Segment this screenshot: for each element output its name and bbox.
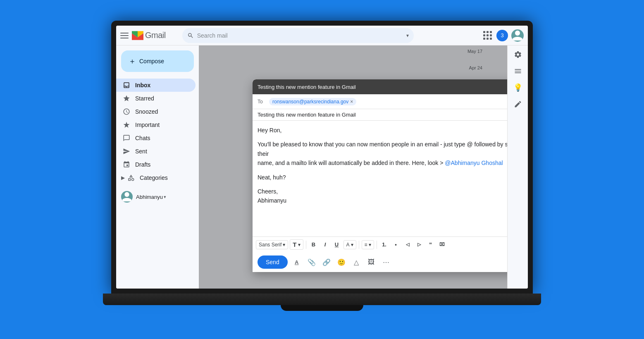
- compose-modal-header: Testing this new mention feature in Gmai…: [253, 79, 507, 94]
- font-size-t: T: [293, 241, 296, 248]
- screen-inner: Gmail Search mail ▾: [116, 26, 528, 289]
- font-family-label: Sans Serif: [259, 242, 281, 248]
- sent-label: Sent: [135, 148, 147, 155]
- indent-more-button[interactable]: ▷: [414, 240, 424, 250]
- compose-body[interactable]: Hey Ron, You'll be pleased to know that …: [253, 121, 507, 236]
- text-color-label: A: [346, 242, 350, 248]
- gmail-logo: Gmail: [132, 31, 166, 40]
- apps-button[interactable]: [482, 30, 493, 41]
- sidebar-toggle-icon[interactable]: [512, 65, 524, 77]
- gmail-m-icon: [132, 31, 143, 40]
- compose-button[interactable]: ＋ Compose: [121, 50, 194, 72]
- indent-less-button[interactable]: ◁: [403, 240, 413, 250]
- compose-modal: Testing this new mention feature in Gmai…: [253, 79, 507, 272]
- compose-body-line2: name, and a mailto link will automatical…: [258, 160, 443, 166]
- numbered-list-button[interactable]: 1.: [379, 240, 389, 250]
- bold-button[interactable]: B: [309, 240, 319, 250]
- clear-formatting-button[interactable]: ⌧: [437, 240, 447, 250]
- user-name: Abhimanyu: [136, 194, 163, 200]
- text-format-button[interactable]: A: [291, 256, 303, 268]
- compose-window-title: Testing this new mention feature in Gmai…: [258, 84, 507, 90]
- sidebar-item-starred[interactable]: Starred: [116, 92, 196, 105]
- remove-recipient-button[interactable]: ×: [350, 99, 353, 105]
- compose-plus-icon: ＋: [129, 56, 136, 66]
- align-dropdown[interactable]: ≡ ▾: [362, 240, 374, 249]
- mention-link[interactable]: @Abhimanyu Ghoshal: [445, 160, 503, 166]
- gmail-app: Gmail Search mail ▾: [116, 26, 528, 289]
- toolbar-divider-2: [359, 241, 359, 249]
- sidebar-item-snoozed[interactable]: Snoozed: [116, 105, 196, 118]
- user-dropdown-arrow: ▾: [164, 194, 166, 200]
- chats-icon: [123, 134, 130, 142]
- user-avatar-small: [121, 191, 133, 203]
- compose-formatting-toolbar: Sans Serif ▾ T ▾ B I U: [253, 236, 507, 252]
- insert-emoji-button[interactable]: 🙂: [336, 256, 347, 268]
- edit-icon[interactable]: [512, 98, 524, 110]
- send-button[interactable]: Send: [258, 255, 288, 269]
- important-icon: [123, 121, 130, 129]
- sidebar-item-drafts[interactable]: Drafts: [116, 158, 196, 171]
- compose-label: Compose: [139, 58, 164, 64]
- laptop-shell: Gmail Search mail ▾: [105, 21, 539, 318]
- search-bar[interactable]: Search mail ▾: [182, 28, 414, 43]
- compose-neat: Neat, huh?: [258, 173, 507, 182]
- font-family-arrow: ▾: [283, 242, 285, 248]
- categories-label: Categories: [140, 174, 168, 181]
- chats-label: Chats: [135, 135, 150, 141]
- compose-body-text: You'll be pleased to know that you can n…: [258, 140, 507, 167]
- toolbar-divider-3: [377, 241, 377, 249]
- settings-icon[interactable]: [512, 49, 524, 60]
- gmail-sidebar: ＋ Compose Inbox: [116, 45, 199, 289]
- keep-icon[interactable]: 💡: [512, 82, 524, 93]
- recipient-chip[interactable]: ronswanson@parksrecindiana.gov ×: [269, 98, 356, 105]
- insert-link-button[interactable]: 🔗: [321, 256, 332, 268]
- gmail-main: ＋ Compose Inbox: [116, 45, 528, 289]
- gmail-text-logo: Gmail: [145, 31, 166, 40]
- snoozed-label: Snoozed: [135, 108, 158, 115]
- starred-icon: [123, 95, 130, 102]
- text-color-arrow: ▾: [351, 242, 353, 248]
- snoozed-icon: [123, 108, 130, 115]
- compose-subject-row[interactable]: Testing this new mention feature in Gmai…: [253, 109, 507, 121]
- bullet-list-button[interactable]: •: [391, 240, 401, 250]
- compose-bottom-actions: Send A 📎 🔗 🙂 △ 🖼 ⋯ 🗑 ⋮: [253, 252, 507, 272]
- font-size-dropdown[interactable]: T ▾: [290, 239, 303, 250]
- user-avatar[interactable]: [511, 29, 524, 42]
- topbar-right: 3: [482, 29, 524, 42]
- hamburger-menu[interactable]: [120, 33, 129, 38]
- sidebar-item-sent[interactable]: Sent: [116, 145, 196, 158]
- notification-badge[interactable]: 3: [496, 30, 508, 41]
- font-family-dropdown[interactable]: Sans Serif ▾: [256, 240, 288, 249]
- gmail-topbar: Gmail Search mail ▾: [116, 26, 528, 45]
- font-size-arrow: ▾: [298, 242, 301, 248]
- laptop-base: [103, 294, 541, 305]
- sidebar-item-important[interactable]: Important: [116, 118, 196, 131]
- italic-button[interactable]: I: [320, 240, 330, 250]
- align-icon: ≡: [365, 242, 367, 248]
- compose-subject: Testing this new mention feature in Gmai…: [258, 112, 356, 118]
- compose-greeting: Hey Ron,: [258, 126, 507, 135]
- drive-button[interactable]: △: [351, 256, 362, 268]
- attach-file-button[interactable]: 📎: [306, 256, 317, 268]
- more-options-button[interactable]: ⋯: [380, 256, 392, 268]
- blockquote-button[interactable]: ": [426, 240, 436, 250]
- underline-button[interactable]: U: [332, 240, 342, 250]
- text-color-dropdown[interactable]: A ▾: [343, 240, 356, 249]
- inbox-label: Inbox: [135, 82, 150, 88]
- search-placeholder: Search mail: [197, 32, 406, 39]
- search-dropdown-arrow[interactable]: ▾: [406, 33, 409, 38]
- sidebar-user[interactable]: Abhimanyu ▾: [116, 188, 199, 206]
- starred-label: Starred: [135, 95, 154, 102]
- compose-to-label: To: [258, 99, 266, 105]
- drafts-icon: [123, 161, 130, 168]
- sidebar-item-categories[interactable]: ▶ Categories: [116, 171, 199, 184]
- laptop-stand: [281, 305, 363, 311]
- important-label: Important: [135, 122, 160, 128]
- sidebar-item-inbox[interactable]: Inbox: [116, 79, 196, 92]
- recipient-email: ronswanson@parksrecindiana.gov: [272, 99, 348, 105]
- laptop-screen: Gmail Search mail ▾: [111, 21, 533, 294]
- sidebar-item-chats[interactable]: Chats: [116, 131, 196, 145]
- insert-photo-button[interactable]: 🖼: [365, 256, 377, 268]
- compose-cheers: Cheers, Abhimanyu: [258, 187, 507, 205]
- compose-to-row: To ronswanson@parksrecindiana.gov × Cc B…: [253, 94, 507, 109]
